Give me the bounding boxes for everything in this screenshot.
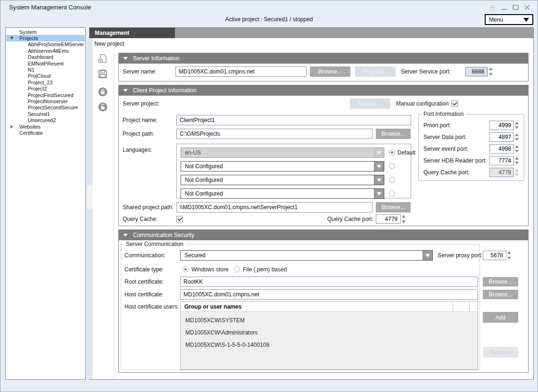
browse-host-certificate-button[interactable]: Browse...: [483, 290, 518, 299]
save-button[interactable]: [98, 69, 108, 79]
chevron-down-icon[interactable]: [374, 188, 384, 199]
tree-item[interactable]: Project_23: [6, 79, 85, 85]
maximize-button[interactable]: [513, 5, 519, 10]
manual-configuration-label: Manual configuration: [396, 98, 448, 109]
section-header[interactable]: Client Project Information: [119, 85, 528, 96]
tree-item[interactable]: Projects: [6, 35, 85, 41]
tree-item[interactable]: AbhiProjSomeEMServer: [6, 41, 85, 48]
section-header[interactable]: Server Information: [119, 53, 528, 64]
tree-item[interactable]: N1: [6, 66, 85, 73]
chevron-down-icon[interactable]: [422, 250, 433, 261]
port-field[interactable]: 7774: [489, 156, 514, 165]
unlock-button[interactable]: [98, 102, 108, 112]
tree-item[interactable]: ProjectNonserver: [6, 98, 85, 104]
project-path-input[interactable]: C:\GMSProjects: [176, 129, 372, 139]
port-spinner[interactable]: [515, 156, 520, 165]
server-name-input[interactable]: MD1005XC.dom01.cmpns.net: [175, 66, 306, 77]
port-spinner[interactable]: [515, 133, 520, 141]
form-scrollbar[interactable]: [87, 38, 93, 379]
list-item[interactable]: MD1005XCW\Administrators: [181, 327, 478, 339]
spinner-up-icon[interactable]: [515, 145, 519, 148]
language-2-dropdown[interactable]: Not Configured: [181, 161, 384, 172]
communication-dropdown[interactable]: Secured: [180, 250, 433, 261]
add-user-button[interactable]: Add: [483, 312, 518, 323]
project-name-input[interactable]: ClientProject1: [176, 115, 411, 125]
browse-shared-path-button[interactable]: Browse...: [376, 202, 411, 212]
tree-item[interactable]: Certificate: [6, 130, 85, 136]
scrollbar-thumb[interactable]: [87, 186, 93, 209]
spinner-down-icon[interactable]: [402, 220, 406, 223]
query-cache-port-field[interactable]: 4779: [376, 214, 401, 224]
tree-item[interactable]: Project2: [6, 86, 85, 92]
list-item[interactable]: MD1005XCW\SYSTEM: [181, 314, 478, 327]
spinner-down-icon[interactable]: [507, 257, 511, 260]
port-spinner[interactable]: [515, 145, 520, 153]
query-cache-port-spinner[interactable]: [402, 214, 407, 224]
spinner-down-icon[interactable]: [489, 73, 493, 76]
spinner-down-icon[interactable]: [515, 150, 519, 153]
port-field[interactable]: 4998: [489, 144, 514, 154]
spinner-up-icon[interactable]: [402, 215, 406, 218]
tree-expander-icon[interactable]: [8, 37, 15, 40]
host-certificate-input[interactable]: MD1005XC.dom01.cmpns.net: [180, 289, 478, 300]
manual-configuration-checkbox[interactable]: [451, 100, 458, 107]
browse-root-certificate-button[interactable]: Browse...: [483, 277, 518, 286]
spinner-up-icon[interactable]: [515, 133, 519, 136]
lock-button[interactable]: [98, 87, 108, 97]
browse-server-button[interactable]: Browse...: [310, 66, 350, 77]
service-port-field[interactable]: 8888: [465, 67, 488, 76]
language-3-dropdown[interactable]: Not Configured: [181, 175, 384, 185]
new-project-button[interactable]: [98, 53, 108, 64]
spinner-up-icon[interactable]: [507, 251, 511, 254]
server-proxy-port-field[interactable]: 5678: [483, 251, 506, 260]
spinner-down-icon[interactable]: [515, 173, 519, 176]
chevron-down-icon[interactable]: [374, 161, 384, 172]
spinner-up-icon[interactable]: [515, 157, 519, 160]
port-field[interactable]: 4779: [489, 168, 514, 177]
windows-store-radio[interactable]: [182, 266, 189, 272]
spinner-down-icon[interactable]: [515, 138, 519, 141]
tree-item[interactable]: Dashboard: [6, 54, 85, 60]
chevron-down-icon[interactable]: [374, 175, 384, 185]
language-3-default-radio[interactable]: [389, 177, 395, 183]
spinner-down-icon[interactable]: [515, 162, 519, 164]
language-2-default-radio[interactable]: [389, 163, 395, 169]
server-proxy-port-spinner[interactable]: [507, 251, 513, 260]
query-cache-checkbox[interactable]: [176, 216, 183, 222]
tree-item[interactable]: ProjectSecondSecure: [6, 105, 85, 111]
spinner-up-icon[interactable]: [515, 169, 519, 172]
tree-item[interactable]: Secured1: [6, 111, 85, 117]
tree-item[interactable]: ProjectFirstSecured: [6, 92, 85, 98]
tree-expander-icon[interactable]: [8, 125, 15, 129]
tree-item[interactable]: EMNotPResent: [6, 60, 85, 66]
tree-item[interactable]: AbhiserverAllEms: [6, 48, 85, 54]
minimize-button[interactable]: [501, 9, 507, 10]
spinner-up-icon[interactable]: [515, 122, 519, 124]
language-4-dropdown[interactable]: Not Configured: [181, 188, 384, 199]
port-field[interactable]: 4897: [489, 132, 514, 142]
collapse-icon[interactable]: [123, 89, 128, 92]
shared-project-path-input[interactable]: \\MD1005XC.dom01.cmpns.net\ServerProject…: [176, 202, 372, 212]
section-header[interactable]: Communication Security: [119, 230, 528, 240]
port-spinner[interactable]: [515, 168, 520, 177]
list-item[interactable]: MD1005XCW\S-1-5-5-0-1400108: [181, 339, 478, 351]
spinner-down-icon[interactable]: [515, 126, 519, 129]
collapse-icon[interactable]: [123, 234, 128, 237]
spinner-up-icon[interactable]: [489, 67, 493, 70]
port-spinner[interactable]: [515, 121, 520, 130]
tab-management[interactable]: Management: [90, 28, 175, 38]
users-list-header[interactable]: Group or user names: [181, 302, 478, 312]
tree-item[interactable]: Unsecured2: [6, 117, 85, 123]
language-1-default-radio[interactable]: [389, 149, 395, 155]
menu-dropdown[interactable]: Menu: [485, 14, 533, 25]
browse-project-path-button[interactable]: Browse...: [376, 129, 411, 139]
language-4-default-radio[interactable]: [389, 190, 395, 196]
pem-based-radio[interactable]: [234, 266, 240, 272]
service-port-spinner[interactable]: [489, 67, 494, 76]
tree-item[interactable]: Websites: [6, 123, 85, 130]
root-certificate-input[interactable]: RootKK: [180, 277, 478, 287]
collapse-icon[interactable]: [123, 57, 128, 60]
tree-item[interactable]: System: [6, 29, 85, 35]
port-field[interactable]: 4999: [489, 121, 514, 130]
tree-item[interactable]: ProjCloud: [6, 73, 85, 79]
